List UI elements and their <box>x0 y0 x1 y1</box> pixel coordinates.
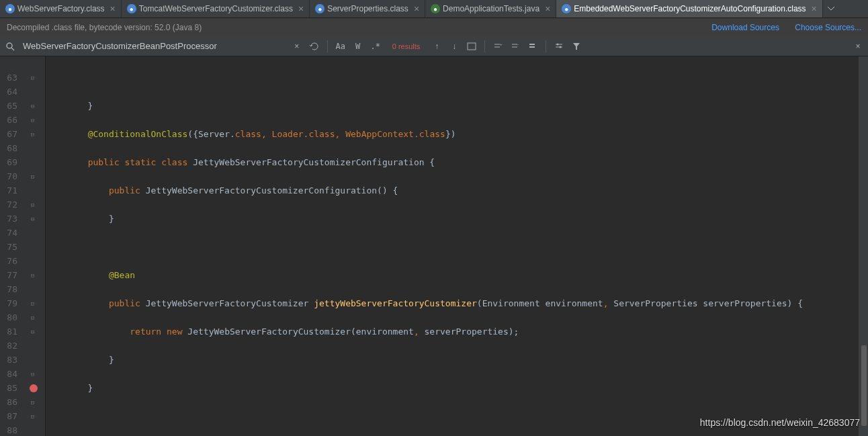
code-line: @Bean <box>46 268 859 282</box>
tab-label: TomcatWebServerFactoryCustomizer.class <box>139 4 293 13</box>
filter-button[interactable] <box>569 39 584 54</box>
code-line: } <box>46 381 859 395</box>
fold-icon[interactable]: ⊟ <box>30 173 36 180</box>
toggle-filter-button[interactable] <box>552 39 566 54</box>
line-number: 87 <box>0 411 20 421</box>
line-number: 74 <box>0 228 20 238</box>
download-sources-link[interactable]: Download Sources <box>711 23 779 32</box>
svg-text:-: - <box>517 42 519 46</box>
line-number: 78 <box>0 284 20 294</box>
tab-label: DemoApplicationTests.java <box>443 4 539 13</box>
code-line: public static class JettyWebServerFactor… <box>46 155 859 169</box>
regex-toggle[interactable]: .* <box>368 39 383 54</box>
fold-icon[interactable]: ⊟ <box>30 399 36 406</box>
fold-icon[interactable]: ⊟ <box>30 413 36 420</box>
line-number: 83 <box>0 355 20 365</box>
tab-label: EmbeddedWebServerFactoryCustomizerAutoCo… <box>574 4 806 13</box>
next-match-button[interactable]: ↓ <box>447 39 462 54</box>
code-line: return new JettyWebServerFactoryCustomiz… <box>46 324 859 339</box>
fold-icon[interactable]: ⊟ <box>30 371 36 378</box>
fold-icon[interactable]: ⊟ <box>30 117 36 124</box>
line-number: 63 <box>0 73 20 83</box>
line-number: 70 <box>0 171 20 181</box>
line-number: 88 <box>0 425 20 435</box>
editor-tabs: ● WebServerFactory.class × ● TomcatWebSe… <box>0 0 868 18</box>
code-line: } <box>46 353 859 367</box>
tabs-overflow-button[interactable] <box>823 0 839 17</box>
add-selection-button[interactable]: + <box>490 39 505 54</box>
select-all-button[interactable] <box>464 39 479 54</box>
line-number: 80 <box>0 312 20 322</box>
search-history-button[interactable] <box>307 39 322 54</box>
funnel-icon <box>572 42 580 50</box>
code-line: public JettyWebServerFactoryCustomizerCo… <box>46 183 859 198</box>
fold-icon[interactable]: ⊟ <box>30 314 36 321</box>
fold-icon[interactable]: ⊟ <box>30 202 36 208</box>
svg-point-14 <box>560 46 562 48</box>
search-input[interactable] <box>20 41 287 51</box>
editor-area: 63⊟ 64 65⊟ 66⊟ 67⊟ 68 69 70⊟ 71 72⊟ 73⊟ … <box>0 56 868 436</box>
fold-icon[interactable]: ⊟ <box>30 216 36 222</box>
close-icon[interactable]: × <box>812 3 817 14</box>
line-number: 65 <box>0 101 20 111</box>
test-icon: ● <box>431 4 440 13</box>
svg-rect-2 <box>468 43 476 50</box>
tab-label: WebServerFactory.class <box>17 4 105 13</box>
occurrences-icon <box>528 42 537 51</box>
tab-tomcatcustomizer[interactable]: ● TomcatWebServerFactoryCustomizer.class… <box>122 0 310 17</box>
code-line: @ConditionalOnClass({Server.class, Loade… <box>46 127 859 141</box>
breakpoint-icon[interactable] <box>30 384 38 392</box>
line-number: 64 <box>0 87 20 97</box>
line-number: 69 <box>0 157 20 167</box>
fold-icon[interactable]: ⊟ <box>30 300 36 307</box>
separator <box>546 40 546 52</box>
svg-point-13 <box>557 43 559 45</box>
close-icon[interactable]: × <box>110 3 116 14</box>
svg-line-1 <box>11 48 14 50</box>
choose-sources-link[interactable]: Choose Sources... <box>795 23 861 32</box>
gutter[interactable]: 63⊟ 64 65⊟ 66⊟ 67⊟ 68 69 70⊟ 71 72⊟ 73⊟ … <box>0 56 46 436</box>
line-number: 84 <box>0 369 20 379</box>
prev-match-button[interactable]: ↑ <box>429 39 444 54</box>
banner-actions: Download Sources Choose Sources... <box>698 23 861 32</box>
select-all-occurrences-button[interactable] <box>525 39 540 54</box>
close-find-button[interactable]: × <box>851 39 865 54</box>
clear-search-button[interactable]: × <box>290 39 304 54</box>
remove-selection-icon: - <box>511 42 520 51</box>
banner-text: Decompiled .class file, bytecode version… <box>7 23 202 32</box>
close-icon[interactable]: × <box>414 3 419 14</box>
java-class-icon: ● <box>5 4 15 13</box>
line-number: 73 <box>0 214 20 224</box>
match-case-toggle[interactable]: Aa <box>333 39 348 54</box>
line-number: 77 <box>0 270 20 280</box>
code-line: } <box>46 99 859 113</box>
code-content[interactable]: } @ConditionalOnClass({Server.class, Loa… <box>46 56 859 436</box>
java-class-icon: ● <box>127 4 136 13</box>
svg-point-0 <box>7 43 12 48</box>
settings-icon <box>554 42 564 51</box>
svg-rect-9 <box>529 44 535 45</box>
tab-embeddedwebserver[interactable]: ● EmbeddedWebServerFactoryCustomizerAuto… <box>556 0 822 17</box>
results-count: 0 results <box>386 42 427 50</box>
line-number: 67 <box>0 129 20 139</box>
fold-icon[interactable]: ⊟ <box>30 103 36 110</box>
svg-text:+: + <box>500 42 503 46</box>
fold-icon[interactable]: ⊟ <box>30 272 36 279</box>
line-number: 82 <box>0 341 20 351</box>
remove-selection-button[interactable]: - <box>508 39 523 54</box>
fold-icon[interactable]: ⊟ <box>30 75 36 81</box>
close-icon[interactable]: × <box>545 3 550 14</box>
line-number: 76 <box>0 256 20 266</box>
fold-icon[interactable]: ⊟ <box>30 131 36 138</box>
tab-webserverfactory[interactable]: ● WebServerFactory.class × <box>0 0 122 17</box>
words-toggle[interactable]: W <box>351 39 365 54</box>
history-icon <box>310 42 319 51</box>
tab-serverproperties[interactable]: ● ServerProperties.class × <box>310 0 425 17</box>
code-line <box>46 240 859 254</box>
find-bar: × Aa W .* 0 results ↑ ↓ + - × <box>0 36 868 56</box>
tab-demoapplicationtests[interactable]: ● DemoApplicationTests.java × <box>425 0 556 17</box>
close-icon[interactable]: × <box>298 3 304 14</box>
svg-rect-10 <box>529 46 535 48</box>
fold-icon[interactable]: ⊟ <box>30 329 36 335</box>
scrollbar[interactable] <box>859 56 868 436</box>
